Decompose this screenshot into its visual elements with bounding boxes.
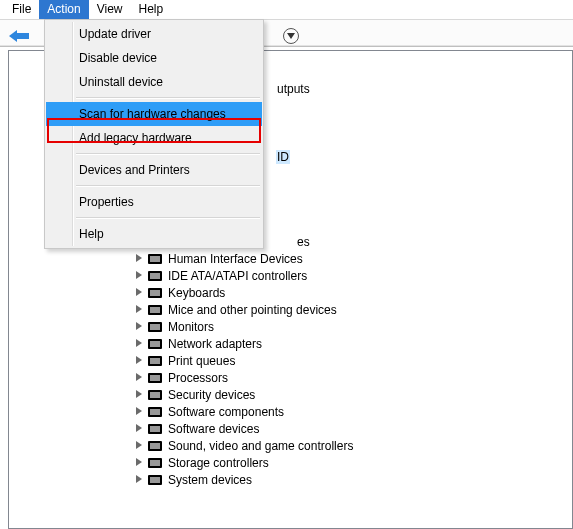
menu-separator [76, 153, 260, 155]
device-tree: Human Interface DevicesIDE ATA/ATAPI con… [133, 250, 572, 488]
tree-item[interactable]: Processors [133, 369, 572, 386]
dropdown-arrow-icon [283, 28, 299, 44]
svg-marker-4 [136, 288, 142, 296]
tree-item[interactable]: Mice and other pointing devices [133, 301, 572, 318]
expand-chevron-icon[interactable] [133, 406, 145, 417]
svg-marker-14 [136, 458, 142, 466]
tree-item-label: Mice and other pointing devices [167, 303, 338, 317]
menu-properties[interactable]: Properties [46, 190, 262, 214]
tree-item-label: Human Interface Devices [167, 252, 304, 266]
menu-help[interactable]: Help [131, 0, 172, 19]
menu-file[interactable]: File [4, 0, 39, 19]
monitor-icon [147, 319, 163, 335]
menu-separator [76, 185, 260, 187]
tree-item-partial[interactable]: es [296, 233, 311, 250]
expand-chevron-icon[interactable] [133, 338, 145, 349]
expand-chevron-icon[interactable] [133, 474, 145, 485]
action-menu: Update driver Disable device Uninstall d… [44, 19, 264, 249]
expand-chevron-icon[interactable] [133, 423, 145, 434]
tree-item-partial-selected[interactable]: ID [276, 148, 290, 165]
cpu-icon [147, 370, 163, 386]
tree-item[interactable]: Keyboards [133, 284, 572, 301]
svg-marker-6 [136, 322, 142, 330]
svg-marker-11 [136, 407, 142, 415]
tree-item[interactable]: Human Interface Devices [133, 250, 572, 267]
tree-item-label: Security devices [167, 388, 256, 402]
expand-chevron-icon[interactable] [133, 321, 145, 332]
tree-item[interactable]: Network adapters [133, 335, 572, 352]
tree-item-label: Print queues [167, 354, 236, 368]
keyboard-icon [147, 285, 163, 301]
tree-item-label: Storage controllers [167, 456, 270, 470]
expand-chevron-icon[interactable] [133, 287, 145, 298]
svg-marker-2 [136, 254, 142, 262]
mouse-icon [147, 302, 163, 318]
svg-marker-10 [136, 390, 142, 398]
tree-item-label: IDE ATA/ATAPI controllers [167, 269, 308, 283]
tree-item-label: Processors [167, 371, 229, 385]
svg-marker-3 [136, 271, 142, 279]
menu-add-legacy[interactable]: Add legacy hardware [46, 126, 262, 150]
tree-item-label: Network adapters [167, 337, 263, 351]
nav-back-button[interactable] [8, 27, 32, 45]
tree-item-label: utputs [276, 82, 311, 96]
svg-marker-12 [136, 424, 142, 432]
tree-item[interactable]: Security devices [133, 386, 572, 403]
tree-item-label: ID [276, 150, 290, 164]
sound-icon [147, 438, 163, 454]
expand-chevron-icon[interactable] [133, 270, 145, 281]
svg-marker-13 [136, 441, 142, 449]
tree-item[interactable]: Sound, video and game controllers [133, 437, 572, 454]
tree-item[interactable]: IDE ATA/ATAPI controllers [133, 267, 572, 284]
expand-chevron-icon[interactable] [133, 253, 145, 264]
tree-item[interactable]: Software components [133, 403, 572, 420]
menu-scan-hardware[interactable]: Scan for hardware changes [46, 102, 262, 126]
expand-chevron-icon[interactable] [133, 372, 145, 383]
software-comp-icon [147, 404, 163, 420]
tree-item-label: es [296, 235, 311, 249]
menu-uninstall-device[interactable]: Uninstall device [46, 70, 262, 94]
menu-disable-device[interactable]: Disable device [46, 46, 262, 70]
svg-marker-15 [136, 475, 142, 483]
tree-item[interactable]: Software devices [133, 420, 572, 437]
svg-marker-1 [287, 33, 295, 39]
tree-item[interactable]: System devices [133, 471, 572, 488]
svg-marker-7 [136, 339, 142, 347]
expand-chevron-icon[interactable] [133, 440, 145, 451]
hid-icon [147, 251, 163, 267]
menu-separator [76, 217, 260, 219]
tree-item-label: System devices [167, 473, 253, 487]
menu-devices-printers[interactable]: Devices and Printers [46, 158, 262, 182]
tree-item-label: Keyboards [167, 286, 226, 300]
tree-item-label: Software components [167, 405, 285, 419]
tree-item[interactable]: Print queues [133, 352, 572, 369]
svg-marker-0 [9, 30, 29, 42]
tree-item-label: Sound, video and game controllers [167, 439, 354, 453]
menu-separator [76, 97, 260, 99]
software-dev-icon [147, 421, 163, 437]
tree-item-partial[interactable]: utputs [276, 80, 311, 97]
menu-action[interactable]: Action [39, 0, 88, 19]
expand-chevron-icon[interactable] [133, 304, 145, 315]
arrow-left-icon [9, 29, 31, 43]
expand-chevron-icon[interactable] [133, 457, 145, 468]
tree-item-label: Software devices [167, 422, 260, 436]
menu-help[interactable]: Help [46, 222, 262, 246]
svg-marker-5 [136, 305, 142, 313]
svg-marker-8 [136, 356, 142, 364]
system-icon [147, 472, 163, 488]
menubar: File Action View Help [0, 0, 573, 20]
menu-update-driver[interactable]: Update driver [46, 22, 262, 46]
expand-chevron-icon[interactable] [133, 389, 145, 400]
storage-icon [147, 455, 163, 471]
tree-item[interactable]: Monitors [133, 318, 572, 335]
tree-item-label: Monitors [167, 320, 215, 334]
expand-chevron-icon[interactable] [133, 355, 145, 366]
tree-item[interactable]: Storage controllers [133, 454, 572, 471]
svg-marker-9 [136, 373, 142, 381]
ide-icon [147, 268, 163, 284]
network-icon [147, 336, 163, 352]
security-icon [147, 387, 163, 403]
menu-view[interactable]: View [89, 0, 131, 19]
printer-icon [147, 353, 163, 369]
